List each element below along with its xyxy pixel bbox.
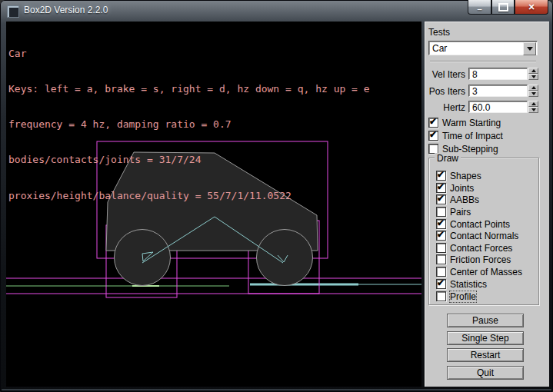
checkbox-label: Pairs [450,207,471,218]
checkbox-box[interactable]: ✔ [436,171,446,181]
pos-iters-up-button[interactable] [528,85,538,91]
checkbox-label: AABBs [450,194,479,205]
arrow-down-icon [531,92,536,95]
checkbox-box[interactable]: ✔ [436,219,446,229]
checkbox-label: Joints [450,183,474,194]
checkbox-label: Statistics [450,279,487,290]
restart-button[interactable]: Restart [447,348,524,362]
checkbox-label: Center of Masses [450,267,522,277]
minimize-icon: – [477,5,481,13]
vel-iters-label: Vel Iters [425,69,465,80]
checkbox-box[interactable]: ✔ [436,243,446,253]
checkbox-box[interactable]: ✔ [436,291,446,301]
keys-help-text: Keys: left = a, brake = s, right = d, hz… [8,83,370,95]
tests-dropdown[interactable]: Car [428,41,538,55]
quit-button[interactable]: Quit [447,366,524,380]
close-button[interactable]: ✕ [515,0,548,15]
pos-iters-down-button[interactable] [528,91,538,97]
window-controls: – ✕ [468,0,548,15]
hertz-stepper [528,101,538,113]
arrow-down-icon [531,75,536,78]
minimize-button[interactable]: – [468,0,491,15]
checkbox-box[interactable]: ✔ [436,267,446,277]
vel-iters-stepper [528,68,538,80]
check-icon: ✔ [437,169,445,180]
vel-iters-down-button[interactable] [528,74,538,80]
proxies-stats-text: proxies/height/balance/quality = 55/7/1/… [8,190,370,201]
hertz-up-button[interactable] [528,101,538,107]
check-icon: ✔ [437,218,445,228]
pause-button[interactable]: Pause [447,314,524,327]
pos-iters-input[interactable]: 3 [468,85,528,97]
checkbox-box[interactable]: ✔ [428,118,438,128]
hertz-down-button[interactable] [528,107,538,113]
checkbox-box[interactable]: ✔ [436,183,446,193]
vel-iters-input[interactable]: 8 [468,68,528,80]
pos-iters-label: Pos Iters [425,86,465,97]
check-icon: ✔ [437,181,445,192]
tests-label: Tests [428,27,450,38]
check-icon: ✔ [429,129,437,140]
draw-group-title: Draw [435,153,461,164]
checkbox-box[interactable]: ✔ [436,194,446,204]
checkbox-label: Time of Impact [442,131,503,141]
arrow-up-icon [531,86,536,89]
close-icon: ✕ [528,2,535,12]
check-icon: ✔ [437,193,445,204]
checkbox-box[interactable]: ✔ [436,231,446,241]
simulation-canvas[interactable]: Car Keys: left = a, brake = s, right = d… [6,22,421,387]
vel-iters-up-button[interactable] [528,68,538,74]
maximize-button[interactable] [491,0,515,15]
pos-iters-stepper [528,85,538,97]
window-title: Box2D Version 2.2.0 [24,5,108,15]
app-icon [7,5,19,18]
bodies-stats-text: bodies/contacts/joints = 31/7/24 [8,154,370,165]
chevron-down-icon [527,47,533,51]
checkbox-box[interactable]: ✔ [428,131,438,141]
hertz-label: Hertz [425,102,465,113]
check-icon: ✔ [429,116,437,127]
tests-dropdown-value: Car [432,43,447,54]
single-step-button[interactable]: Single Step [447,331,524,345]
rear-wheel [257,230,313,286]
debug-text-overlay: Car Keys: left = a, brake = s, right = d… [8,24,370,225]
hertz-input[interactable]: 60.0 [468,101,528,113]
checkbox-box[interactable]: ✔ [436,207,446,217]
title-bar[interactable]: Box2D Version 2.2.0 – ✕ [0,0,553,22]
arrow-up-icon [531,69,536,72]
checkbox-box[interactable]: ✔ [436,254,446,264]
arrow-down-icon [531,108,536,111]
test-name-text: Car [8,48,370,59]
checkbox-label: Contact Normals [450,231,518,241]
box2d-window: Box2D Version 2.2.0 – ✕ [0,0,553,392]
check-icon: ✔ [437,229,445,240]
tests-dropdown-button[interactable] [523,42,536,55]
checkbox-label: Contact Points [450,219,510,230]
checkbox-label: Profile [450,291,476,302]
separator [430,61,536,62]
checkbox-label: Contact Forces [450,243,512,254]
control-panel: Tests Car Vel Iters 8 Pos Iters 3 Hertz [425,22,549,387]
checkbox-label: Shapes [450,171,481,181]
arrow-up-icon [531,102,536,105]
checkbox-label: Friction Forces [450,254,511,265]
checkbox-box[interactable]: ✔ [436,279,446,289]
frequency-text: frequency = 4 hz, damping ratio = 0.7 [8,118,370,130]
check-icon: ✔ [437,277,445,288]
checkbox-label: Warm Starting [442,118,501,128]
maximize-icon [498,3,508,12]
